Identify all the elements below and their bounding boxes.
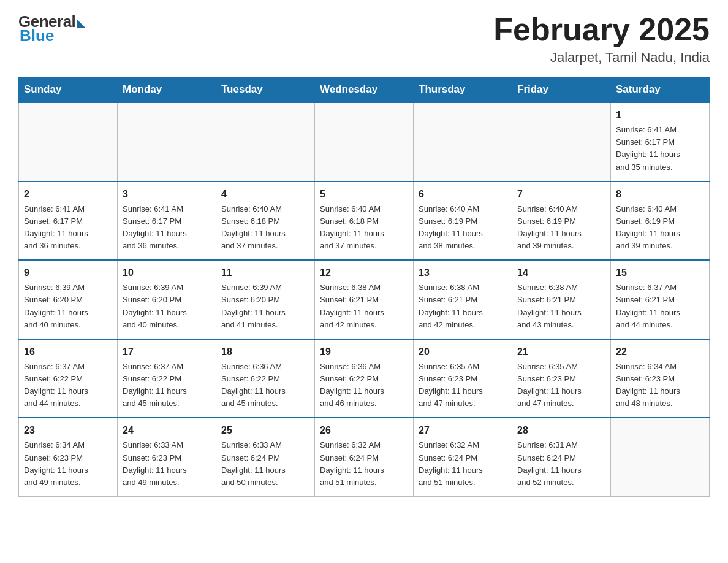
- table-row: [118, 102, 216, 182]
- day-number: 23: [24, 423, 112, 438]
- day-info: Sunrise: 6:39 AMSunset: 6:20 PMDaylight:…: [221, 282, 309, 331]
- day-info: Sunrise: 6:38 AMSunset: 6:21 PMDaylight:…: [517, 282, 605, 331]
- day-info: Sunrise: 6:35 AMSunset: 6:23 PMDaylight:…: [419, 361, 507, 410]
- calendar-week-row: 1Sunrise: 6:41 AMSunset: 6:17 PMDaylight…: [19, 102, 710, 182]
- table-row: 1Sunrise: 6:41 AMSunset: 6:17 PMDaylight…: [611, 102, 710, 182]
- table-row: 4Sunrise: 6:40 AMSunset: 6:18 PMDaylight…: [216, 182, 315, 261]
- day-info: Sunrise: 6:33 AMSunset: 6:24 PMDaylight:…: [221, 439, 309, 489]
- day-info: Sunrise: 6:41 AMSunset: 6:17 PMDaylight:…: [123, 203, 211, 253]
- page-header: General Blue February 2025 Jalarpet, Tam…: [18, 12, 710, 66]
- day-info: Sunrise: 6:41 AMSunset: 6:17 PMDaylight:…: [616, 124, 704, 174]
- day-info: Sunrise: 6:41 AMSunset: 6:17 PMDaylight:…: [24, 203, 112, 253]
- day-info: Sunrise: 6:40 AMSunset: 6:19 PMDaylight:…: [616, 203, 704, 253]
- day-info: Sunrise: 6:40 AMSunset: 6:19 PMDaylight:…: [419, 203, 507, 253]
- weekday-header-row: Sunday Monday Tuesday Wednesday Thursday…: [19, 77, 710, 103]
- table-row: 14Sunrise: 6:38 AMSunset: 6:21 PMDayligh…: [512, 260, 611, 339]
- table-row: 19Sunrise: 6:36 AMSunset: 6:22 PMDayligh…: [315, 339, 414, 418]
- day-info: Sunrise: 6:39 AMSunset: 6:20 PMDaylight:…: [123, 282, 211, 331]
- table-row: [611, 418, 710, 496]
- table-row: 25Sunrise: 6:33 AMSunset: 6:24 PMDayligh…: [216, 418, 315, 496]
- calendar-table: Sunday Monday Tuesday Wednesday Thursday…: [18, 77, 710, 497]
- day-number: 17: [123, 345, 211, 359]
- table-row: 23Sunrise: 6:34 AMSunset: 6:23 PMDayligh…: [19, 418, 118, 496]
- day-info: Sunrise: 6:37 AMSunset: 6:21 PMDaylight:…: [616, 282, 704, 331]
- table-row: 10Sunrise: 6:39 AMSunset: 6:20 PMDayligh…: [118, 260, 216, 339]
- header-wednesday: Wednesday: [315, 77, 414, 103]
- table-row: [414, 102, 512, 182]
- day-number: 28: [517, 423, 605, 438]
- table-row: 28Sunrise: 6:31 AMSunset: 6:24 PMDayligh…: [512, 418, 611, 496]
- table-row: 26Sunrise: 6:32 AMSunset: 6:24 PMDayligh…: [315, 418, 414, 496]
- day-number: 8: [616, 187, 704, 202]
- table-row: [315, 102, 414, 182]
- table-row: 15Sunrise: 6:37 AMSunset: 6:21 PMDayligh…: [611, 260, 710, 339]
- table-row: 5Sunrise: 6:40 AMSunset: 6:18 PMDaylight…: [315, 182, 414, 261]
- day-number: 13: [419, 266, 507, 280]
- logo: General Blue: [18, 12, 85, 45]
- day-info: Sunrise: 6:40 AMSunset: 6:18 PMDaylight:…: [320, 203, 408, 253]
- day-number: 21: [517, 345, 605, 359]
- table-row: 22Sunrise: 6:34 AMSunset: 6:23 PMDayligh…: [611, 339, 710, 418]
- header-saturday: Saturday: [611, 77, 710, 103]
- table-row: 7Sunrise: 6:40 AMSunset: 6:19 PMDaylight…: [512, 182, 611, 261]
- day-number: 20: [419, 345, 507, 359]
- table-row: 11Sunrise: 6:39 AMSunset: 6:20 PMDayligh…: [216, 260, 315, 339]
- table-row: [216, 102, 315, 182]
- table-row: 20Sunrise: 6:35 AMSunset: 6:23 PMDayligh…: [414, 339, 512, 418]
- table-row: 3Sunrise: 6:41 AMSunset: 6:17 PMDaylight…: [118, 182, 216, 261]
- day-number: 7: [517, 187, 605, 202]
- table-row: 13Sunrise: 6:38 AMSunset: 6:21 PMDayligh…: [414, 260, 512, 339]
- day-info: Sunrise: 6:40 AMSunset: 6:19 PMDaylight:…: [517, 203, 605, 253]
- day-info: Sunrise: 6:38 AMSunset: 6:21 PMDaylight:…: [320, 282, 408, 331]
- header-monday: Monday: [118, 77, 216, 103]
- day-number: 14: [517, 266, 605, 280]
- calendar-week-row: 2Sunrise: 6:41 AMSunset: 6:17 PMDaylight…: [19, 182, 710, 261]
- table-row: 21Sunrise: 6:35 AMSunset: 6:23 PMDayligh…: [512, 339, 611, 418]
- table-row: [19, 102, 118, 182]
- table-row: 9Sunrise: 6:39 AMSunset: 6:20 PMDaylight…: [19, 260, 118, 339]
- day-number: 3: [123, 187, 211, 202]
- day-info: Sunrise: 6:39 AMSunset: 6:20 PMDaylight:…: [24, 282, 112, 331]
- calendar-week-row: 9Sunrise: 6:39 AMSunset: 6:20 PMDaylight…: [19, 260, 710, 339]
- day-number: 24: [123, 423, 211, 438]
- day-info: Sunrise: 6:36 AMSunset: 6:22 PMDaylight:…: [221, 361, 309, 410]
- day-info: Sunrise: 6:38 AMSunset: 6:21 PMDaylight:…: [419, 282, 507, 331]
- day-number: 6: [419, 187, 507, 202]
- day-info: Sunrise: 6:33 AMSunset: 6:23 PMDaylight:…: [123, 439, 211, 489]
- table-row: 17Sunrise: 6:37 AMSunset: 6:22 PMDayligh…: [118, 339, 216, 418]
- header-sunday: Sunday: [19, 77, 118, 103]
- header-tuesday: Tuesday: [216, 77, 315, 103]
- day-number: 5: [320, 187, 408, 202]
- header-thursday: Thursday: [414, 77, 512, 103]
- calendar-week-row: 16Sunrise: 6:37 AMSunset: 6:22 PMDayligh…: [19, 339, 710, 418]
- table-row: 8Sunrise: 6:40 AMSunset: 6:19 PMDaylight…: [611, 182, 710, 261]
- logo-arrow-icon: [77, 19, 85, 28]
- day-number: 19: [320, 345, 408, 359]
- table-row: 24Sunrise: 6:33 AMSunset: 6:23 PMDayligh…: [118, 418, 216, 496]
- table-row: 2Sunrise: 6:41 AMSunset: 6:17 PMDaylight…: [19, 182, 118, 261]
- table-row: 12Sunrise: 6:38 AMSunset: 6:21 PMDayligh…: [315, 260, 414, 339]
- table-row: [512, 102, 611, 182]
- month-title: February 2025: [493, 12, 710, 47]
- day-number: 22: [616, 345, 704, 359]
- day-info: Sunrise: 6:37 AMSunset: 6:22 PMDaylight:…: [123, 361, 211, 410]
- day-number: 9: [24, 266, 112, 280]
- table-row: 18Sunrise: 6:36 AMSunset: 6:22 PMDayligh…: [216, 339, 315, 418]
- location-text: Jalarpet, Tamil Nadu, India: [493, 50, 710, 66]
- day-info: Sunrise: 6:32 AMSunset: 6:24 PMDaylight:…: [419, 439, 507, 489]
- day-number: 26: [320, 423, 408, 438]
- table-row: 6Sunrise: 6:40 AMSunset: 6:19 PMDaylight…: [414, 182, 512, 261]
- day-number: 18: [221, 345, 309, 359]
- day-info: Sunrise: 6:31 AMSunset: 6:24 PMDaylight:…: [517, 439, 605, 489]
- day-number: 15: [616, 266, 704, 280]
- title-section: February 2025 Jalarpet, Tamil Nadu, Indi…: [493, 12, 710, 66]
- day-info: Sunrise: 6:37 AMSunset: 6:22 PMDaylight:…: [24, 361, 112, 410]
- logo-blue-text: Blue: [20, 26, 54, 45]
- day-number: 2: [24, 187, 112, 202]
- day-info: Sunrise: 6:34 AMSunset: 6:23 PMDaylight:…: [24, 439, 112, 489]
- header-friday: Friday: [512, 77, 611, 103]
- day-number: 4: [221, 187, 309, 202]
- day-info: Sunrise: 6:32 AMSunset: 6:24 PMDaylight:…: [320, 439, 408, 489]
- table-row: 16Sunrise: 6:37 AMSunset: 6:22 PMDayligh…: [19, 339, 118, 418]
- day-number: 1: [616, 108, 704, 123]
